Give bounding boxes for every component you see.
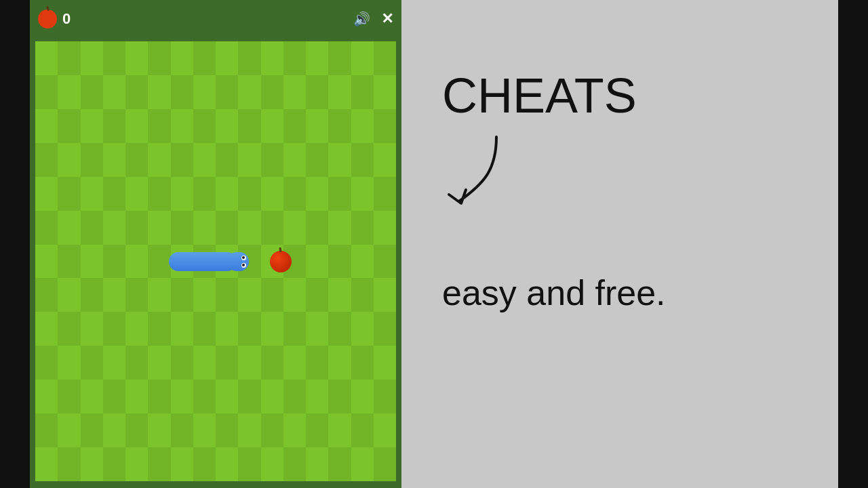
checkerboard-cell	[261, 278, 283, 312]
game-area	[35, 41, 396, 481]
checkerboard-cell	[261, 75, 283, 109]
checkerboard-cell	[171, 312, 193, 346]
checkerboard-cell	[148, 143, 170, 177]
checkerboard-cell	[238, 413, 260, 447]
checkerboard-cell	[238, 312, 260, 346]
snake-eye-top	[241, 256, 246, 260]
checkerboard-cell	[81, 177, 103, 211]
checkerboard-cell	[351, 109, 374, 143]
checkerboard-cell	[81, 312, 103, 346]
checkerboard-cell	[261, 380, 283, 413]
checkerboard-cell	[351, 278, 374, 312]
checkerboard-cell	[171, 346, 193, 380]
checkerboard-cell	[351, 75, 374, 109]
checkerboard-cell	[148, 312, 170, 346]
checkerboard-cell	[81, 245, 103, 279]
checkerboard-cell	[216, 75, 238, 109]
checkerboard-cell	[35, 75, 58, 109]
checkerboard-cell	[103, 211, 125, 245]
checkerboard-cell	[216, 278, 238, 312]
checkerboard-cell	[35, 211, 58, 245]
checkerboard-cell	[193, 380, 216, 413]
checkerboard-cell	[125, 447, 148, 481]
checkerboard-cell	[81, 380, 103, 413]
game-apple-circle	[270, 251, 292, 272]
checkerboard-cell	[374, 346, 396, 380]
checkerboard-cell	[103, 278, 125, 312]
checkerboard-cell	[306, 143, 328, 177]
checkerboard-cell	[125, 380, 148, 413]
checkerboard-cell	[103, 346, 125, 380]
checkerboard-cell	[103, 109, 125, 143]
score-display: 0	[62, 10, 71, 28]
annotation-area: CHEATS easy and free.	[401, 0, 838, 488]
checkerboard-cell	[193, 413, 216, 447]
checkerboard-cell	[238, 41, 260, 75]
checkerboard-cell	[193, 75, 216, 109]
checkerboard-cell	[35, 143, 58, 177]
checkerboard-cell	[306, 278, 328, 312]
checkerboard-cell	[261, 143, 283, 177]
checkerboard-cell	[306, 447, 328, 481]
checkerboard-cell	[328, 278, 351, 312]
checkerboard-cell	[58, 109, 80, 143]
checkerboard-cell	[238, 447, 260, 481]
checkerboard-cell	[148, 413, 170, 447]
checkerboard-cell	[103, 380, 125, 413]
snake-body	[169, 252, 237, 271]
checkerboard-cell	[306, 75, 328, 109]
checkerboard-cell	[125, 245, 148, 279]
checkerboard-cell	[374, 143, 396, 177]
checkerboard-cell	[351, 143, 374, 177]
checkerboard-cell	[81, 211, 103, 245]
checkerboard-cell	[328, 245, 351, 279]
checkerboard-cell	[171, 380, 193, 413]
checkerboard-cell	[103, 447, 125, 481]
checkerboard-cell	[328, 177, 351, 211]
checkerboard-cell	[328, 109, 351, 143]
checkerboard-cell	[306, 177, 328, 211]
checkerboard-cell	[283, 380, 306, 413]
checkerboard-cell	[148, 109, 170, 143]
checkerboard-cell	[81, 75, 103, 109]
checkerboard-cell	[58, 143, 80, 177]
checkerboard-cell	[148, 380, 170, 413]
checkerboard-cell	[374, 245, 396, 279]
checkerboard-cell	[103, 413, 125, 447]
checkerboard-cell	[283, 75, 306, 109]
checkerboard-cell	[193, 211, 216, 245]
checkerboard-cell	[351, 346, 374, 380]
checkerboard-cell	[261, 413, 283, 447]
checkerboard-cell	[351, 380, 374, 413]
checkerboard-cell	[58, 312, 80, 346]
easy-free-label: easy and free.	[442, 272, 818, 313]
checkerboard-cell	[261, 177, 283, 211]
checkerboard-cell	[193, 447, 216, 481]
checkerboard-cell	[216, 143, 238, 177]
checkerboard-cell	[306, 380, 328, 413]
game-window: 0 🔊 ✕	[30, 0, 401, 488]
checkerboard-cell	[148, 75, 170, 109]
main-content: 0 🔊 ✕	[30, 0, 838, 488]
checkerboard-cell	[328, 312, 351, 346]
checkerboard-cell	[81, 41, 103, 75]
checkerboard-cell	[216, 177, 238, 211]
checkerboard-cell	[193, 278, 216, 312]
checkerboard-cell	[261, 447, 283, 481]
checkerboard-cell	[261, 346, 283, 380]
checkerboard-cell	[283, 41, 306, 75]
cheats-label: CHEATS	[442, 68, 818, 123]
checkerboard-cell	[306, 245, 328, 279]
checkerboard-cell	[283, 447, 306, 481]
checkerboard-cell	[238, 346, 260, 380]
checkerboard-cell	[81, 413, 103, 447]
checkerboard-cell	[261, 41, 283, 75]
checkerboard-cell	[35, 245, 58, 279]
checkerboard-cell	[125, 75, 148, 109]
checkerboard-cell	[193, 109, 216, 143]
checkerboard-cell	[125, 211, 148, 245]
sound-icon[interactable]: 🔊	[353, 11, 370, 27]
checkerboard-cell	[35, 346, 58, 380]
close-icon[interactable]: ✕	[381, 10, 393, 28]
checkerboard-cell	[103, 312, 125, 346]
